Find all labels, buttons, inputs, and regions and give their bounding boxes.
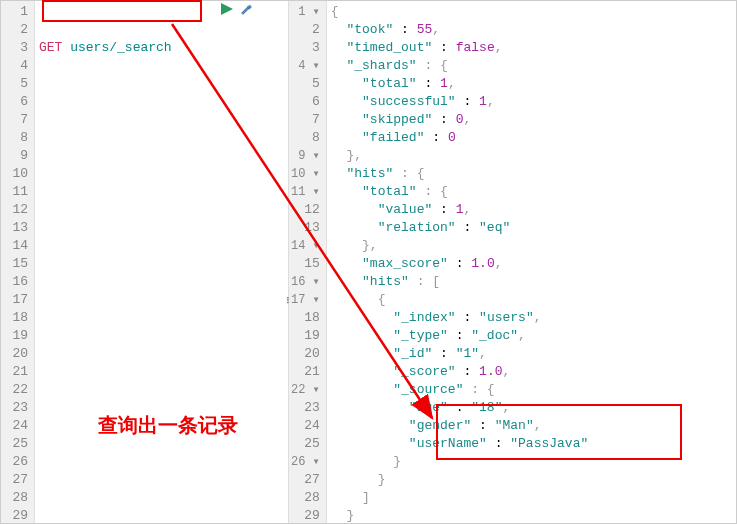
empty-line (39, 183, 284, 201)
line-number: 24 (291, 417, 320, 435)
line-number: 19 (291, 327, 320, 345)
empty-line (39, 111, 284, 129)
code-line: "_shards" : { (331, 57, 732, 75)
line-number: 9 ▾ (291, 147, 320, 165)
line-number: 27 (3, 471, 28, 489)
line-number: 7 (291, 111, 320, 129)
line-number: 4 ▾ (291, 57, 320, 75)
line-number: 15 (291, 255, 320, 273)
code-line: "gender" : "Man", (331, 417, 732, 435)
code-line: "relation" : "eq" (331, 219, 732, 237)
code-line: }, (331, 147, 732, 165)
line-number: 19 (3, 327, 28, 345)
line-number: 22 (3, 381, 28, 399)
line-number: 5 (3, 75, 28, 93)
line-number: 1 ▾ (291, 3, 320, 21)
empty-line (39, 327, 284, 345)
line-number: 14 ▾ (291, 237, 320, 255)
code-line: } (331, 453, 732, 471)
code-line: "total" : 1, (331, 75, 732, 93)
code-line: "timed_out" : false, (331, 39, 732, 57)
line-number: 21 (291, 363, 320, 381)
right-gutter: 1 ▾234 ▾56789 ▾10 ▾11 ▾121314 ▾1516 ▾17 … (289, 1, 327, 523)
run-icon[interactable] (220, 2, 234, 20)
empty-line (39, 471, 284, 489)
line-number: 8 (291, 129, 320, 147)
line-number: 16 (3, 273, 28, 291)
line-number: 23 (3, 399, 28, 417)
svg-marker-0 (221, 3, 233, 15)
line-number: 9 (3, 147, 28, 165)
line-number: 4 (3, 57, 28, 75)
empty-line (39, 363, 284, 381)
line-number: 26 (3, 453, 28, 471)
line-number: 18 (3, 309, 28, 327)
empty-line (39, 147, 284, 165)
code-line: "_type" : "_doc", (331, 327, 732, 345)
line-number: 12 (3, 201, 28, 219)
line-number: 16 ▾ (291, 273, 320, 291)
code-line: "took" : 55, (331, 21, 732, 39)
request-toolbar (220, 2, 254, 20)
code-line: ] (331, 489, 732, 507)
line-number: 17 ▾ (291, 291, 320, 309)
line-number: 10 ▾ (291, 165, 320, 183)
code-line: "_index" : "users", (331, 309, 732, 327)
line-number: 5 (291, 75, 320, 93)
empty-line (39, 381, 284, 399)
empty-line (39, 507, 284, 523)
line-number: 20 (291, 345, 320, 363)
line-number: 21 (3, 363, 28, 381)
code-line: "successful" : 1, (331, 93, 732, 111)
code-line: } (331, 471, 732, 489)
line-number: 13 (3, 219, 28, 237)
empty-line (39, 237, 284, 255)
empty-line (39, 255, 284, 273)
code-line: }, (331, 237, 732, 255)
request-editor[interactable]: GET users/_search (35, 1, 288, 523)
empty-line (39, 345, 284, 363)
left-gutter: 1234567891011121314151617181920212223242… (1, 1, 35, 523)
wrench-icon[interactable] (240, 2, 254, 20)
code-line: } (331, 507, 732, 523)
empty-line (39, 489, 284, 507)
line-number: 1 (3, 3, 28, 21)
empty-line (39, 165, 284, 183)
line-number: 2 (3, 21, 28, 39)
line-number: 17 (3, 291, 28, 309)
line-number: 25 (3, 435, 28, 453)
editor-container: 1234567891011121314151617181920212223242… (0, 0, 737, 524)
empty-line (39, 309, 284, 327)
line-number: 8 (3, 129, 28, 147)
line-number: 22 ▾ (291, 381, 320, 399)
http-method: GET (39, 40, 62, 55)
empty-line (39, 273, 284, 291)
line-number: 11 (3, 183, 28, 201)
empty-line (39, 201, 284, 219)
code-line: { (331, 291, 732, 309)
line-number: 25 (291, 435, 320, 453)
line-number: 20 (3, 345, 28, 363)
code-line: "value" : 1, (331, 201, 732, 219)
code-line: "_score" : 1.0, (331, 363, 732, 381)
line-number: 26 ▾ (291, 453, 320, 471)
empty-line (39, 291, 284, 309)
annotation-label: 查询出一条记录 (98, 412, 238, 439)
pane-resize-handle[interactable]: ⋯ (280, 296, 295, 302)
empty-line (39, 453, 284, 471)
code-line: "skipped" : 0, (331, 111, 732, 129)
line-number: 28 (291, 489, 320, 507)
line-number: 14 (3, 237, 28, 255)
line-number: 13 (291, 219, 320, 237)
line-number: 7 (3, 111, 28, 129)
code-line: "_source" : { (331, 381, 732, 399)
line-number: 6 (3, 93, 28, 111)
line-number: 18 (291, 309, 320, 327)
code-line: "hits" : { (331, 165, 732, 183)
code-line: "hits" : [ (331, 273, 732, 291)
line-number: 3 (291, 39, 320, 57)
line-number: 24 (3, 417, 28, 435)
code-line: "max_score" : 1.0, (331, 255, 732, 273)
line-number: 23 (291, 399, 320, 417)
response-viewer[interactable]: { "took" : 55, "timed_out" : false, "_sh… (327, 1, 736, 523)
